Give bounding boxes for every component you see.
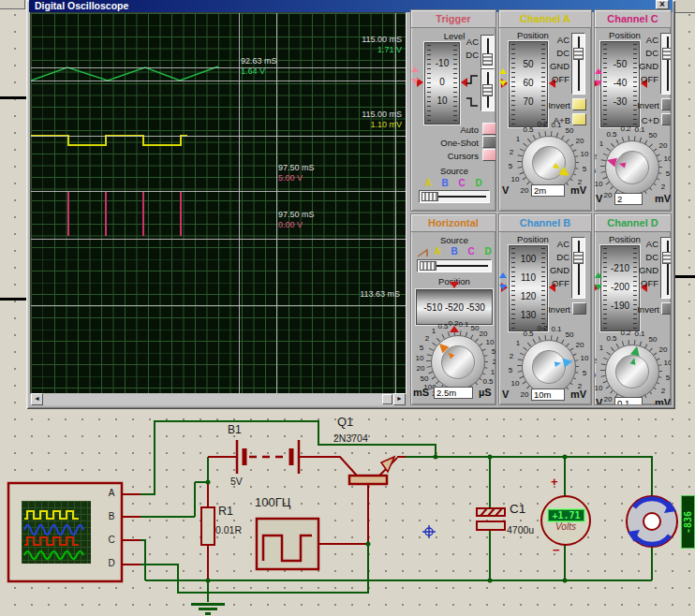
a-b-button-channel-a[interactable] <box>572 113 586 125</box>
gain-value-channel-b[interactable]: 10m <box>531 389 565 401</box>
coupling-label-gnd: GND <box>541 61 569 71</box>
trigger-coupling-switch[interactable] <box>481 35 495 68</box>
unit-left-label: mS <box>413 387 429 398</box>
knob-scale-value: 2 <box>594 357 604 365</box>
voltmeter-lcd: +1.71 <box>548 509 584 521</box>
auto-button[interactable] <box>482 123 496 135</box>
switch-thumb[interactable] <box>573 252 584 264</box>
invert-button-channel-c[interactable] <box>661 98 672 110</box>
gain-knob-channel-b-pointer-icon <box>563 357 574 368</box>
channel-marker-channel-b-down-icon <box>499 285 507 290</box>
switch-track <box>667 241 669 295</box>
c-d-button-channel-c[interactable] <box>661 113 672 125</box>
source-label: Source <box>428 235 481 245</box>
scroll-thumb[interactable] <box>382 394 392 404</box>
one-shot-button[interactable] <box>482 136 496 148</box>
schematic-label: 100ГЦ <box>255 495 290 509</box>
cursor-vertical[interactable] <box>276 13 277 393</box>
unit-right-label: µS <box>479 387 492 398</box>
coupling-label-off: OFF <box>630 74 658 84</box>
gain-knob-channel-b-dome[interactable] <box>532 350 566 384</box>
schematic-label: 0.01R <box>215 524 242 535</box>
knob-scale-value: 2 <box>654 183 672 191</box>
knob-scale-value: 10 <box>658 154 672 163</box>
invert-button-channel-d[interactable] <box>661 302 672 315</box>
cursor-vertical[interactable] <box>395 13 396 393</box>
timebase-value[interactable]: 2.5m <box>434 387 473 399</box>
trigger-edge-switch[interactable] <box>481 68 495 111</box>
cursor-horizontal[interactable] <box>31 191 406 192</box>
timebase-knob-dome[interactable] <box>441 345 475 379</box>
switch-track <box>578 37 580 91</box>
gain-knob-channel-c-dome[interactable] <box>615 151 649 184</box>
coupling-switch-channel-d[interactable] <box>660 237 672 299</box>
source-channel-d: D <box>473 178 484 188</box>
gain-value-channel-d[interactable]: 0.1 <box>614 397 643 405</box>
schematic-label: B1 <box>228 423 242 436</box>
knob-scale-value: 5 <box>658 374 672 382</box>
switch-thumb[interactable] <box>482 84 493 96</box>
coupling-label-dc: DC <box>630 48 658 58</box>
switch-thumb[interactable] <box>662 48 672 60</box>
background-wire <box>0 96 26 99</box>
trigger-button-label: One-Shot <box>432 138 479 148</box>
close-icon[interactable]: × <box>656 0 669 9</box>
gain-value-channel-a[interactable]: 2m <box>531 184 565 197</box>
cursor-vertical[interactable] <box>239 13 240 393</box>
button-label-channel-d: Invert <box>628 304 659 315</box>
scroll-left-icon[interactable]: ◄ <box>31 393 43 405</box>
schematic-label: R1 <box>218 505 233 518</box>
horizontal-source-slider[interactable] <box>417 259 492 272</box>
channel-marker-channel-d-down-icon <box>595 285 602 290</box>
measurement-value: 1.71 V <box>377 45 402 55</box>
schematic-label: Q1 <box>337 415 353 429</box>
button-label-channel-b: Invert <box>539 304 570 315</box>
hsource-channel-a: A <box>432 246 443 257</box>
coupling-label-dc: DC <box>541 252 569 262</box>
trigger-coupling-dc: DC <box>452 50 479 60</box>
knob-scale-value: 20 <box>570 137 589 145</box>
switch-thumb[interactable] <box>573 48 584 60</box>
mini-trace-a <box>24 511 79 519</box>
switch-track <box>667 37 669 91</box>
invert-button-channel-b[interactable] <box>572 302 586 315</box>
measurement-value: 5.00 V <box>278 173 303 183</box>
coupling-switch-channel-a[interactable] <box>571 33 585 95</box>
wire <box>406 457 652 496</box>
coupling-label-ac: AC <box>630 35 658 45</box>
knob-scale-value: 0.5 <box>479 377 496 386</box>
slider-thumb[interactable] <box>421 192 438 201</box>
cursor-horizontal[interactable] <box>31 239 406 240</box>
measurement-value: 1.10 mV <box>370 120 402 130</box>
invert-button-channel-a[interactable] <box>572 98 586 110</box>
knob-scale-value: 1 <box>509 339 527 347</box>
measurement-time: 115.00 mS <box>362 110 402 120</box>
cursor-horizontal[interactable] <box>31 305 406 306</box>
slider-thumb[interactable] <box>420 261 436 271</box>
cursors-button[interactable] <box>482 149 496 161</box>
unit-left-label: V <box>596 193 602 204</box>
switch-thumb[interactable] <box>662 252 672 264</box>
coupling-switch-channel-c[interactable] <box>660 33 672 95</box>
switch-thumb[interactable] <box>482 53 493 66</box>
unit-left-label: V <box>502 389 509 400</box>
cursor-horizontal[interactable] <box>31 81 406 81</box>
scope-pin-label-a: A <box>105 488 118 498</box>
oscilloscope-block-screen <box>22 501 91 564</box>
knob-scale-value: 10 <box>575 354 592 362</box>
panel-channel-c: Channel CPosition-50-40-30ACDCGNDOFFInve… <box>594 9 672 212</box>
trigger-button-label: Cursors <box>432 151 479 161</box>
scroll-right-icon[interactable]: ► <box>393 393 406 405</box>
trace-channel-c <box>68 192 181 236</box>
knob-scale-value: 5 <box>501 162 520 170</box>
trigger-source-slider[interactable] <box>419 190 490 203</box>
gain-value-channel-c[interactable]: 2 <box>614 193 643 205</box>
knob-scale-value: 50 <box>643 335 662 344</box>
source-label: Source <box>428 166 481 176</box>
coupling-switch-channel-b[interactable] <box>571 237 585 299</box>
panel-horizontal: HorizontalSourceABCDPosition-510 -520 -5… <box>410 213 496 405</box>
cursor-horizontal[interactable] <box>31 136 406 137</box>
cursor-horizontal[interactable] <box>31 67 406 68</box>
display-scrollbar[interactable]: ◄ ► <box>31 393 406 405</box>
knob-scale-value: 10 <box>575 150 592 158</box>
